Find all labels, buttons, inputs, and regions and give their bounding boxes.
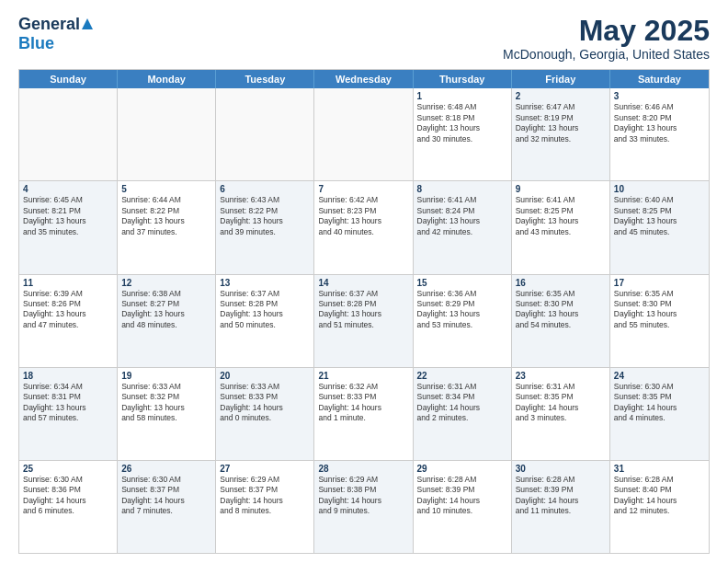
weekday-header: Thursday xyxy=(414,70,512,88)
day-cell: 5Sunrise: 6:44 AM Sunset: 8:22 PM Daylig… xyxy=(118,181,216,273)
day-number: 31 xyxy=(614,464,705,474)
svg-marker-0 xyxy=(82,18,93,29)
weekday-header: Tuesday xyxy=(216,70,314,88)
page: General Blue May 2025 McDonough, Georgia… xyxy=(0,0,728,563)
day-info: Sunrise: 6:31 AM Sunset: 8:34 PM Dayligh… xyxy=(417,382,507,424)
day-number: 30 xyxy=(516,464,606,474)
day-number: 19 xyxy=(121,371,211,381)
day-cell: 9Sunrise: 6:41 AM Sunset: 8:25 PM Daylig… xyxy=(512,181,610,273)
day-number: 18 xyxy=(23,371,113,381)
day-info: Sunrise: 6:31 AM Sunset: 8:35 PM Dayligh… xyxy=(516,382,606,424)
day-number: 6 xyxy=(220,184,310,194)
day-cell: 1Sunrise: 6:48 AM Sunset: 8:18 PM Daylig… xyxy=(414,88,512,180)
day-cell: 3Sunrise: 6:46 AM Sunset: 8:20 PM Daylig… xyxy=(610,88,709,180)
title-location: McDonough, Georgia, United States xyxy=(503,47,710,62)
day-cell: 20Sunrise: 6:33 AM Sunset: 8:33 PM Dayli… xyxy=(216,368,314,460)
day-number: 11 xyxy=(23,278,113,288)
day-number: 29 xyxy=(417,464,507,474)
day-info: Sunrise: 6:41 AM Sunset: 8:25 PM Dayligh… xyxy=(516,195,606,237)
day-number: 16 xyxy=(516,278,606,288)
day-cell: 14Sunrise: 6:37 AM Sunset: 8:28 PM Dayli… xyxy=(314,275,413,367)
day-info: Sunrise: 6:42 AM Sunset: 8:23 PM Dayligh… xyxy=(318,195,408,237)
day-number: 27 xyxy=(220,464,310,474)
day-info: Sunrise: 6:35 AM Sunset: 8:30 PM Dayligh… xyxy=(614,289,705,331)
weekday-header: Monday xyxy=(118,70,216,88)
day-number: 9 xyxy=(516,184,606,194)
day-number: 7 xyxy=(318,184,408,194)
day-info: Sunrise: 6:30 AM Sunset: 8:36 PM Dayligh… xyxy=(23,475,113,517)
day-cell: 22Sunrise: 6:31 AM Sunset: 8:34 PM Dayli… xyxy=(414,368,512,460)
day-number: 22 xyxy=(417,371,507,381)
day-cell: 17Sunrise: 6:35 AM Sunset: 8:30 PM Dayli… xyxy=(610,275,709,367)
title-month: May 2025 xyxy=(503,15,710,47)
day-info: Sunrise: 6:28 AM Sunset: 8:39 PM Dayligh… xyxy=(417,475,507,517)
day-info: Sunrise: 6:45 AM Sunset: 8:21 PM Dayligh… xyxy=(23,195,113,237)
day-info: Sunrise: 6:41 AM Sunset: 8:24 PM Dayligh… xyxy=(417,195,507,237)
calendar-row: 11Sunrise: 6:39 AM Sunset: 8:26 PM Dayli… xyxy=(19,275,709,368)
day-cell: 28Sunrise: 6:29 AM Sunset: 8:38 PM Dayli… xyxy=(314,461,413,553)
calendar-row: 18Sunrise: 6:34 AM Sunset: 8:31 PM Dayli… xyxy=(19,368,709,461)
day-number: 21 xyxy=(318,371,408,381)
day-number: 14 xyxy=(318,278,408,288)
day-info: Sunrise: 6:37 AM Sunset: 8:28 PM Dayligh… xyxy=(318,289,408,331)
day-cell: 21Sunrise: 6:32 AM Sunset: 8:33 PM Dayli… xyxy=(314,368,413,460)
day-cell: 8Sunrise: 6:41 AM Sunset: 8:24 PM Daylig… xyxy=(414,181,512,273)
logo-icon xyxy=(81,17,94,30)
day-cell: 13Sunrise: 6:37 AM Sunset: 8:28 PM Dayli… xyxy=(216,275,314,367)
day-info: Sunrise: 6:29 AM Sunset: 8:37 PM Dayligh… xyxy=(220,475,310,517)
empty-cell xyxy=(216,88,314,180)
day-cell: 26Sunrise: 6:30 AM Sunset: 8:37 PM Dayli… xyxy=(118,461,216,553)
day-cell: 2Sunrise: 6:47 AM Sunset: 8:19 PM Daylig… xyxy=(512,88,610,180)
day-info: Sunrise: 6:29 AM Sunset: 8:38 PM Dayligh… xyxy=(318,475,408,517)
calendar: SundayMondayTuesdayWednesdayThursdayFrid… xyxy=(18,69,710,554)
day-cell: 16Sunrise: 6:35 AM Sunset: 8:30 PM Dayli… xyxy=(512,275,610,367)
day-info: Sunrise: 6:40 AM Sunset: 8:25 PM Dayligh… xyxy=(614,195,705,237)
day-number: 15 xyxy=(417,278,507,288)
weekday-header: Saturday xyxy=(610,70,709,88)
empty-cell xyxy=(314,88,413,180)
calendar-row: 4Sunrise: 6:45 AM Sunset: 8:21 PM Daylig… xyxy=(19,181,709,274)
day-info: Sunrise: 6:33 AM Sunset: 8:33 PM Dayligh… xyxy=(220,382,310,424)
day-number: 8 xyxy=(417,184,507,194)
calendar-body: 1Sunrise: 6:48 AM Sunset: 8:18 PM Daylig… xyxy=(19,88,709,553)
empty-cell xyxy=(118,88,216,180)
day-info: Sunrise: 6:48 AM Sunset: 8:18 PM Dayligh… xyxy=(417,102,507,144)
day-number: 23 xyxy=(516,371,606,381)
weekday-header: Wednesday xyxy=(314,70,413,88)
day-number: 3 xyxy=(614,91,705,101)
logo-general: General xyxy=(18,15,94,34)
day-info: Sunrise: 6:32 AM Sunset: 8:33 PM Dayligh… xyxy=(318,382,408,424)
day-cell: 31Sunrise: 6:28 AM Sunset: 8:40 PM Dayli… xyxy=(610,461,709,553)
day-cell: 6Sunrise: 6:43 AM Sunset: 8:22 PM Daylig… xyxy=(216,181,314,273)
day-cell: 10Sunrise: 6:40 AM Sunset: 8:25 PM Dayli… xyxy=(610,181,709,273)
day-info: Sunrise: 6:35 AM Sunset: 8:30 PM Dayligh… xyxy=(516,289,606,331)
day-info: Sunrise: 6:34 AM Sunset: 8:31 PM Dayligh… xyxy=(23,382,113,424)
day-info: Sunrise: 6:44 AM Sunset: 8:22 PM Dayligh… xyxy=(121,195,211,237)
day-number: 5 xyxy=(121,184,211,194)
day-number: 26 xyxy=(121,464,211,474)
day-number: 17 xyxy=(614,278,705,288)
header: General Blue May 2025 McDonough, Georgia… xyxy=(18,15,710,62)
day-info: Sunrise: 6:36 AM Sunset: 8:29 PM Dayligh… xyxy=(417,289,507,331)
day-cell: 27Sunrise: 6:29 AM Sunset: 8:37 PM Dayli… xyxy=(216,461,314,553)
day-info: Sunrise: 6:28 AM Sunset: 8:39 PM Dayligh… xyxy=(516,475,606,517)
day-number: 28 xyxy=(318,464,408,474)
day-cell: 15Sunrise: 6:36 AM Sunset: 8:29 PM Dayli… xyxy=(414,275,512,367)
day-number: 2 xyxy=(516,91,606,101)
day-number: 20 xyxy=(220,371,310,381)
day-info: Sunrise: 6:38 AM Sunset: 8:27 PM Dayligh… xyxy=(121,289,211,331)
day-info: Sunrise: 6:30 AM Sunset: 8:35 PM Dayligh… xyxy=(614,382,705,424)
weekday-header: Sunday xyxy=(19,70,118,88)
day-cell: 30Sunrise: 6:28 AM Sunset: 8:39 PM Dayli… xyxy=(512,461,610,553)
calendar-row: 25Sunrise: 6:30 AM Sunset: 8:36 PM Dayli… xyxy=(19,461,709,553)
day-number: 4 xyxy=(23,184,113,194)
day-info: Sunrise: 6:43 AM Sunset: 8:22 PM Dayligh… xyxy=(220,195,310,237)
day-info: Sunrise: 6:46 AM Sunset: 8:20 PM Dayligh… xyxy=(614,102,705,144)
logo: General Blue xyxy=(18,15,94,53)
weekday-header: Friday xyxy=(512,70,610,88)
day-info: Sunrise: 6:37 AM Sunset: 8:28 PM Dayligh… xyxy=(220,289,310,331)
day-number: 25 xyxy=(23,464,113,474)
day-cell: 23Sunrise: 6:31 AM Sunset: 8:35 PM Dayli… xyxy=(512,368,610,460)
day-info: Sunrise: 6:39 AM Sunset: 8:26 PM Dayligh… xyxy=(23,289,113,331)
day-cell: 11Sunrise: 6:39 AM Sunset: 8:26 PM Dayli… xyxy=(19,275,118,367)
